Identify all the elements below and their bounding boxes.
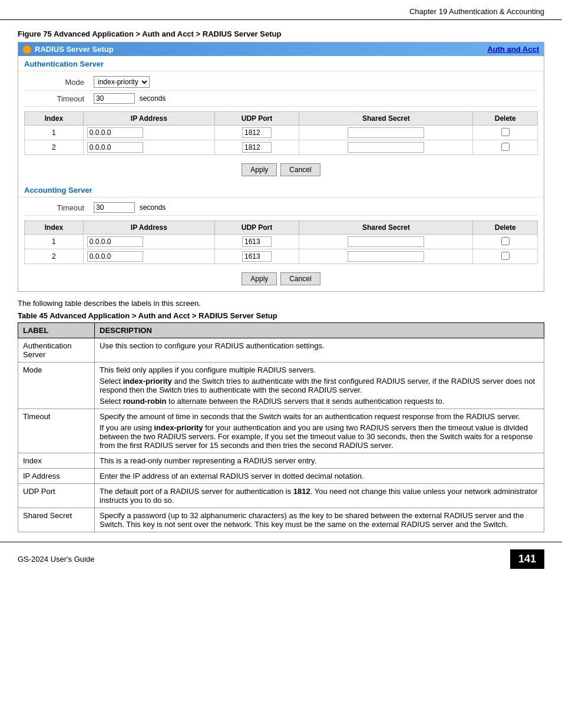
auth-ip-input-1[interactable] bbox=[87, 127, 143, 138]
acct-delete-checkbox-1[interactable] bbox=[501, 237, 510, 245]
auth-port-input-2[interactable] bbox=[242, 142, 272, 153]
acct-delete-checkbox-2[interactable] bbox=[501, 252, 510, 260]
mode-label: Mode bbox=[24, 74, 89, 91]
desc-table-header: LABEL DESCRIPTION bbox=[18, 323, 544, 338]
acct-form: Timeout seconds Index IP Address UDP Por… bbox=[18, 197, 544, 266]
auth-delete-1 bbox=[473, 126, 538, 140]
acct-timeout-label: Timeout bbox=[24, 200, 89, 216]
timeout-row: Timeout seconds bbox=[24, 91, 538, 107]
desc-row-4: IP AddressEnter the IP address of an ext… bbox=[18, 469, 544, 484]
acct-secret-input-1[interactable] bbox=[348, 236, 424, 247]
auth-delete-checkbox-1[interactable] bbox=[501, 128, 510, 136]
page-number: 141 bbox=[510, 549, 544, 569]
auth-table-header-row: Index IP Address UDP Port Shared Secret … bbox=[25, 112, 538, 126]
col-delete: Delete bbox=[473, 112, 538, 126]
col-ip: IP Address bbox=[83, 112, 214, 126]
desc-desc-6: Specify a password (up to 32 alphanumeri… bbox=[95, 508, 544, 532]
acct-col-index: Index bbox=[25, 221, 84, 235]
acct-col-secret: Shared Secret bbox=[299, 221, 473, 235]
auth-data-table: Index IP Address UDP Port Shared Secret … bbox=[24, 111, 538, 155]
auth-apply-button[interactable]: Apply bbox=[242, 163, 277, 176]
auth-section-header: Authentication Server bbox=[18, 56, 544, 71]
acct-secret-input-2[interactable] bbox=[348, 251, 424, 262]
acct-row-1: 1 bbox=[25, 235, 538, 249]
col-secret: Shared Secret bbox=[299, 112, 473, 126]
main-content: Figure 75 Advanced Application > Auth an… bbox=[0, 29, 562, 532]
desc-label-1: Mode bbox=[18, 363, 95, 409]
desc-desc-4: Enter the IP address of an external RADI… bbox=[95, 469, 544, 484]
auth-secret-input-1[interactable] bbox=[348, 127, 424, 138]
auth-secret-input-2[interactable] bbox=[348, 142, 424, 153]
panel-title: RADIUS Server Setup bbox=[35, 45, 114, 54]
desc-col-label: LABEL bbox=[18, 323, 95, 338]
acct-ip-input-2[interactable] bbox=[87, 251, 143, 262]
mode-row: Mode index-priority bbox=[24, 74, 538, 91]
following-text: The following table describes the labels… bbox=[18, 299, 544, 308]
auth-form: Mode index-priority Timeout seconds bbox=[18, 71, 544, 157]
desc-label-0: Authentication Server bbox=[18, 338, 95, 363]
col-udp: UDP Port bbox=[214, 112, 299, 126]
acct-ip-input-1[interactable] bbox=[87, 236, 143, 247]
auth-index-2: 2 bbox=[25, 140, 84, 155]
guide-label: GS-2024 User's Guide bbox=[18, 555, 94, 564]
auth-secret-2 bbox=[299, 140, 473, 155]
auth-ip-1 bbox=[83, 126, 214, 140]
auth-row-1: 1 bbox=[25, 126, 538, 140]
auth-secret-1 bbox=[299, 126, 473, 140]
acct-col-udp: UDP Port bbox=[214, 221, 299, 235]
acct-col-ip: IP Address bbox=[83, 221, 214, 235]
page-header: Chapter 19 Authentication & Accounting bbox=[0, 0, 562, 20]
timeout-label: Timeout bbox=[24, 91, 89, 107]
desc-row-3: IndexThis is a read-only number represen… bbox=[18, 453, 544, 469]
acct-port-input-1[interactable] bbox=[242, 236, 272, 247]
desc-desc-5: The default port of a RADIUS server for … bbox=[95, 484, 544, 508]
desc-col-desc: DESCRIPTION bbox=[95, 323, 544, 338]
title-icon bbox=[23, 45, 31, 54]
panel-title-left: RADIUS Server Setup bbox=[23, 45, 114, 54]
acct-port-input-2[interactable] bbox=[242, 251, 272, 262]
acct-port-1 bbox=[214, 235, 299, 249]
col-index: Index bbox=[25, 112, 84, 126]
desc-row-0: Authentication ServerUse this section to… bbox=[18, 338, 544, 363]
auth-acct-link[interactable]: Auth and Acct bbox=[487, 45, 539, 54]
seconds-label: seconds bbox=[140, 94, 166, 103]
radius-panel: RADIUS Server Setup Auth and Acct Authen… bbox=[18, 42, 544, 292]
acct-btn-row: Apply Cancel bbox=[18, 266, 544, 291]
acct-seconds-label: seconds bbox=[140, 203, 166, 212]
auth-port-2 bbox=[214, 140, 299, 155]
desc-desc-2: Specify the amount of time in seconds th… bbox=[95, 409, 544, 453]
radius-title-bar: RADIUS Server Setup Auth and Acct bbox=[18, 42, 544, 56]
acct-ip-1 bbox=[83, 235, 214, 249]
acct-timeout-row: Timeout seconds bbox=[24, 200, 538, 216]
auth-ip-2 bbox=[83, 140, 214, 155]
desc-label-4: IP Address bbox=[18, 469, 95, 484]
auth-form-table: Mode index-priority Timeout seconds bbox=[24, 74, 538, 107]
auth-port-input-1[interactable] bbox=[242, 127, 272, 138]
mode-select[interactable]: index-priority bbox=[94, 76, 150, 88]
desc-table: LABEL DESCRIPTION Authentication ServerU… bbox=[18, 322, 544, 532]
desc-label-2: Timeout bbox=[18, 409, 95, 453]
table45-caption: Table 45 Advanced Application > Auth and… bbox=[18, 311, 544, 320]
desc-row-5: UDP PortThe default port of a RADIUS ser… bbox=[18, 484, 544, 508]
acct-ip-2 bbox=[83, 249, 214, 264]
acct-col-delete: Delete bbox=[473, 221, 538, 235]
acct-timeout-input[interactable] bbox=[94, 202, 135, 213]
desc-desc-1: This field only applies if you configure… bbox=[95, 363, 544, 409]
acct-delete-1 bbox=[473, 235, 538, 249]
desc-desc-0: Use this section to configure your RADIU… bbox=[95, 338, 544, 363]
auth-delete-checkbox-2[interactable] bbox=[501, 143, 510, 151]
acct-table-header-row: Index IP Address UDP Port Shared Secret … bbox=[25, 221, 538, 235]
desc-label-3: Index bbox=[18, 453, 95, 469]
timeout-value: seconds bbox=[89, 91, 538, 107]
acct-cancel-button[interactable]: Cancel bbox=[280, 272, 320, 285]
auth-ip-input-2[interactable] bbox=[87, 142, 143, 153]
chapter-title: Chapter 19 Authentication & Accounting bbox=[409, 7, 544, 16]
acct-apply-button[interactable]: Apply bbox=[242, 272, 277, 285]
auth-cancel-button[interactable]: Cancel bbox=[280, 163, 320, 176]
auth-row-2: 2 bbox=[25, 140, 538, 155]
figure-caption: Figure 75 Advanced Application > Auth an… bbox=[18, 29, 544, 38]
acct-delete-2 bbox=[473, 249, 538, 264]
desc-row-1: ModeThis field only applies if you confi… bbox=[18, 363, 544, 409]
desc-desc-3: This is a read-only number representing … bbox=[95, 453, 544, 469]
auth-timeout-input[interactable] bbox=[94, 93, 135, 104]
